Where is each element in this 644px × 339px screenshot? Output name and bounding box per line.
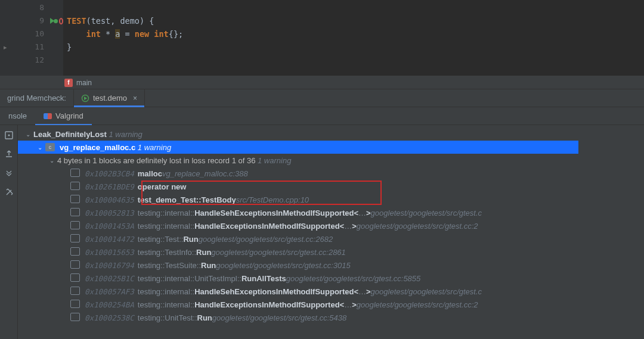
tree-node-file[interactable]: ⌄ c vg_replace_malloc.c 1 warning — [18, 141, 578, 154]
stack-frame-icon — [72, 170, 80, 177]
c-file-icon: c — [45, 143, 55, 151]
debug-test-icon[interactable] — [59, 18, 63, 24]
tree-node-leak-category[interactable]: ⌄ Leak_DefinitelyLost 1 warning — [18, 127, 578, 141]
tree-suffix: 1 warning — [138, 143, 171, 152]
frame-template-close: > — [352, 222, 357, 231]
stack-frame-row[interactable]: 0x100014472testing::Test::Run googletest… — [18, 232, 578, 245]
code-area[interactable]: TEST(test, demo) { int * a = new int{}; … — [63, 0, 644, 76]
expand-tree-icon[interactable] — [2, 167, 16, 180]
sub-tab-valgrind[interactable]: Valgrind — [35, 107, 92, 125]
code-line[interactable]: TEST(test, demo) { — [67, 14, 644, 27]
stack-frame-icon — [72, 314, 80, 321]
frame-address: 0x1002B3CB4 — [85, 169, 134, 178]
frame-address: 0x10002538C — [85, 313, 134, 322]
frame-template-close: > — [366, 287, 371, 296]
chevron-down-icon[interactable]: ⌄ — [48, 157, 56, 164]
stack-frame-row[interactable]: 0x1000254BAtesting::internal::HandleExce… — [18, 298, 578, 311]
valgrind-sub-tabs: nsole Valgrind — [0, 107, 644, 125]
frame-function: Run — [196, 248, 211, 257]
stack-frame-icon — [72, 301, 80, 308]
frame-function: HandleSehExceptionsInMethodIfSupported< — [194, 209, 358, 217]
frame-address: 0x100016794 — [85, 261, 134, 270]
select-in-tree-icon[interactable] — [2, 129, 16, 142]
frame-namespace: testing::TestInfo:: — [138, 248, 196, 257]
frame-address: 0x100057AF3 — [85, 287, 134, 296]
stack-frame-row[interactable]: 0x10001453Atesting::internal::HandleExce… — [18, 219, 578, 232]
run-test-icon[interactable] — [50, 18, 58, 24]
fold-close-icon[interactable]: ▸ — [4, 43, 7, 51]
frame-function: Run — [183, 235, 198, 244]
stack-frame-row[interactable]: 0x10261BDE9operator new — [18, 180, 578, 193]
chevron-down-icon[interactable]: ⌄ — [24, 131, 32, 138]
frame-namespace: testing::internal::UnitTestImpl:: — [138, 274, 242, 283]
stack-frame-icon — [72, 248, 80, 256]
function-icon: f — [64, 79, 73, 87]
breadcrumb-label[interactable]: main — [76, 79, 92, 87]
stack-frame-row[interactable]: 0x10002538Ctesting::UnitTest::Run google… — [18, 311, 578, 324]
stack-frame-row[interactable]: 0x100004635test_demo_Test::TestBody src/… — [18, 193, 578, 206]
frame-function: Run — [201, 261, 216, 270]
code-line[interactable]: } — [67, 41, 644, 54]
stack-frame-row[interactable]: 0x100016794testing::TestSuite::Run googl… — [18, 259, 578, 272]
tool-tab-label: test.demo — [93, 94, 127, 102]
frame-address: 0x100014472 — [85, 235, 134, 244]
chevron-down-icon[interactable]: ⌄ — [36, 144, 44, 151]
line-number: 8 — [20, 1, 44, 14]
tree-label: vg_replace_malloc.c — [60, 143, 135, 152]
stack-frame-row[interactable]: 0x100057AF3testing::internal::HandleSehE… — [18, 285, 578, 298]
stack-frame-icon — [72, 262, 80, 269]
frame-location: vg_replace_malloc.c:388 — [162, 169, 248, 178]
code-line[interactable] — [67, 1, 644, 14]
code-editor: ▸ 8 9 10 11 12 TEST(test, demo) { int * … — [0, 0, 644, 76]
frame-address: 0x10001453A — [85, 222, 134, 231]
sub-tab-console[interactable]: nsole — [0, 107, 35, 125]
frame-address: 0x100025B1C — [85, 274, 134, 283]
stack-frame-row[interactable]: 0x100025B1Ctesting::internal::UnitTestIm… — [18, 272, 578, 285]
frame-address: 0x1000254BA — [85, 300, 134, 309]
line-number: 9 — [20, 14, 44, 27]
code-line[interactable] — [67, 54, 644, 67]
stack-frame-row[interactable]: 0x1002B3CB4malloc vg_replace_malloc.c:38… — [18, 167, 578, 180]
frame-address: 0x100015653 — [85, 248, 134, 257]
frame-function: HandleExceptionsInMethodIfSupported< — [194, 222, 344, 231]
frame-location: googletest/googletest/src/gtest.cc:2861 — [211, 248, 345, 257]
stack-frame-row[interactable]: 0x100052813testing::internal::HandleSehE… — [18, 206, 578, 219]
line-number: 12 — [20, 54, 44, 67]
valgrind-icon — [44, 113, 52, 119]
frame-namespace: testing::internal:: — [138, 209, 194, 217]
frame-namespace: testing::UnitTest:: — [138, 313, 197, 322]
tree-node-detail[interactable]: ⌄ 4 bytes in 1 blocks are definitely los… — [18, 154, 578, 167]
stack-frame-row[interactable]: 0x100015653testing::TestInfo::Run google… — [18, 245, 578, 259]
code-line[interactable]: int * a = new int{}; — [67, 27, 644, 41]
frame-function: malloc — [138, 169, 162, 178]
gutter-fold-icons: ▸ — [0, 0, 20, 76]
export-icon[interactable] — [2, 148, 16, 161]
close-icon[interactable]: × — [133, 94, 137, 102]
tree-suffix: 1 warning — [109, 130, 142, 139]
svg-marker-1 — [84, 97, 87, 100]
frame-template-close: > — [352, 300, 357, 309]
frame-namespace: testing::Test:: — [138, 235, 184, 244]
frame-location: googletest/googletest/src/gtest.c — [371, 209, 482, 217]
line-number: 10 — [20, 27, 44, 41]
tree-suffix: 1 warning — [258, 156, 291, 165]
sub-tab-label: nsole — [8, 111, 27, 120]
frame-function: HandleExceptionsInMethodIfSupported< — [194, 300, 344, 309]
tool-tab-test-demo[interactable]: test.demo × — [74, 89, 145, 107]
svg-point-3 — [8, 135, 10, 136]
stack-frame-icon — [72, 183, 80, 190]
frame-namespace: testing::internal:: — [138, 222, 194, 231]
frame-namespace: testing::TestSuite:: — [138, 261, 201, 270]
valgrind-tree[interactable]: ⌄ Leak_DefinitelyLost 1 warning ⌄ c vg_r… — [18, 125, 644, 324]
tree-label: Leak_DefinitelyLost — [33, 130, 107, 139]
frame-ellipsis: … — [344, 222, 352, 231]
frame-address: 0x100052813 — [85, 209, 134, 217]
tool-tab-memcheck[interactable]: grind Memcheck: — [0, 89, 74, 107]
frame-function: HandleSehExceptionsInMethodIfSupported< — [194, 287, 358, 296]
frame-namespace: testing::internal:: — [138, 287, 194, 296]
gutter-actions — [50, 0, 63, 76]
frame-ellipsis: … — [358, 209, 366, 217]
frame-function: operator new — [138, 182, 187, 191]
settings-icon[interactable] — [2, 186, 16, 199]
frame-function: test_demo_Test::TestBody — [138, 195, 236, 204]
